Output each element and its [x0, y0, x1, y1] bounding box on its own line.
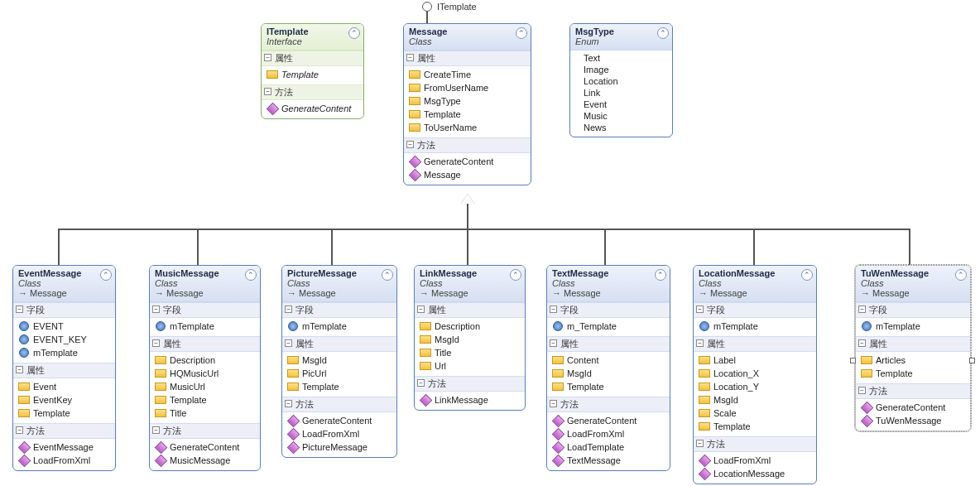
member-row[interactable]: mTemplate: [286, 320, 395, 333]
member-label: GenerateContent: [424, 156, 493, 166]
member-row[interactable]: LoadFromXml: [286, 427, 395, 440]
member-row[interactable]: Template: [153, 393, 258, 407]
member-row[interactable]: Location_X: [697, 367, 814, 380]
member-label: mTemplate: [302, 321, 347, 331]
member-row[interactable]: LocationMessage: [697, 467, 814, 480]
member-row[interactable]: Template: [697, 420, 814, 433]
member-row[interactable]: EventKey: [17, 393, 113, 407]
member-label: MsgId: [435, 334, 459, 344]
member-row[interactable]: Template: [17, 407, 113, 420]
class-itemplate[interactable]: ITemplate Interface ⌃ −属性 Template −方法 G…: [261, 23, 364, 119]
collapse-icon[interactable]: ⌃: [510, 269, 521, 281]
member-row[interactable]: TuWenMessage: [859, 414, 968, 427]
member-row[interactable]: Label: [697, 354, 814, 367]
prop-icon: [155, 354, 166, 366]
member-row[interactable]: Message: [407, 168, 529, 181]
member-row[interactable]: GenerateContent: [859, 401, 968, 414]
member-row[interactable]: GenerateContent: [265, 102, 362, 115]
member-label: MsgType: [424, 96, 461, 106]
class-music[interactable]: MusicMessage Class → Message ⌃ −字段 mTemp…: [149, 265, 261, 471]
member-row[interactable]: LoadFromXml: [17, 454, 113, 467]
collapse-icon[interactable]: ⌃: [657, 27, 669, 39]
member-row[interactable]: LinkMessage: [418, 393, 523, 407]
member-row[interactable]: GenerateContent: [407, 155, 529, 168]
resize-handle[interactable]: [969, 358, 975, 363]
member-row[interactable]: PicUrl: [286, 367, 395, 380]
member-row[interactable]: MsgType: [407, 94, 529, 108]
collapse-icon[interactable]: ⌃: [516, 27, 527, 39]
member-row[interactable]: MusicMessage: [153, 454, 258, 467]
member-row[interactable]: EVENT_KEY: [17, 333, 113, 346]
member-label: TuWenMessage: [876, 416, 941, 426]
class-picture[interactable]: PictureMessage Class → Message ⌃ −字段 mTe…: [281, 265, 397, 458]
enum-value[interactable]: Image: [582, 64, 670, 75]
member-row[interactable]: LoadFromXml: [697, 454, 814, 467]
prop-icon: [699, 407, 710, 419]
member-label: PicUrl: [302, 368, 326, 378]
member-row[interactable]: GenerateContent: [550, 414, 668, 427]
member-row[interactable]: EVENT: [17, 320, 113, 333]
class-message[interactable]: Message Class ⌃ −属性 CreateTime FromUserN…: [403, 23, 531, 185]
member-row[interactable]: Description: [153, 354, 258, 367]
member-row[interactable]: Template: [265, 68, 362, 81]
class-link[interactable]: LinkMessage Class → Message ⌃ −属性 Descri…: [414, 265, 526, 411]
member-row[interactable]: GenerateContent: [286, 414, 395, 427]
enum-value[interactable]: Music: [582, 110, 670, 122]
member-row[interactable]: FromUserName: [407, 81, 529, 94]
member-row[interactable]: Articles: [859, 354, 968, 367]
collapse-icon[interactable]: ⌃: [382, 269, 393, 281]
member-row[interactable]: Template: [286, 380, 395, 393]
member-row[interactable]: TextMessage: [550, 454, 668, 467]
member-label: m_Template: [567, 321, 617, 331]
member-row[interactable]: MsgId: [286, 354, 395, 367]
member-row[interactable]: GenerateContent: [153, 440, 258, 454]
member-row[interactable]: Content: [550, 354, 668, 367]
member-row[interactable]: Template: [407, 108, 529, 121]
member-row[interactable]: MsgId: [418, 333, 523, 346]
member-row[interactable]: Event: [17, 380, 113, 393]
member-row[interactable]: PictureMessage: [286, 440, 395, 454]
member-row[interactable]: mTemplate: [697, 320, 814, 333]
member-row[interactable]: MsgId: [550, 367, 668, 380]
member-row[interactable]: m_Template: [550, 320, 668, 333]
member-row[interactable]: Url: [418, 359, 523, 373]
member-row[interactable]: MsgId: [697, 393, 814, 407]
member-row[interactable]: CreateTime: [407, 68, 529, 81]
member-row[interactable]: mTemplate: [153, 320, 258, 333]
member-row[interactable]: LoadTemplate: [550, 440, 668, 454]
collapse-icon[interactable]: ⌃: [955, 269, 967, 281]
enum-value[interactable]: Event: [582, 99, 670, 110]
collapse-icon[interactable]: ⌃: [245, 269, 257, 281]
member-row[interactable]: EventMessage: [17, 440, 113, 454]
member-label: mTemplate: [33, 348, 78, 358]
collapse-icon[interactable]: ⌃: [655, 269, 666, 281]
member-row[interactable]: Scale: [697, 407, 814, 420]
member-row[interactable]: MusicUrl: [153, 380, 258, 393]
enum-msgtype[interactable]: MsgType Enum ⌃ TextImageLocationLinkEven…: [569, 23, 673, 137]
enum-value[interactable]: Text: [582, 52, 670, 64]
class-text[interactable]: TextMessage Class → Message ⌃ −字段 m_Temp…: [546, 265, 670, 471]
member-row[interactable]: mTemplate: [17, 346, 113, 359]
enum-value[interactable]: News: [582, 122, 670, 133]
prop-icon: [861, 368, 872, 379]
collapse-icon[interactable]: ⌃: [100, 269, 112, 281]
member-row[interactable]: Title: [418, 346, 523, 359]
member-row[interactable]: Template: [859, 367, 968, 380]
resize-handle[interactable]: [850, 358, 856, 363]
collapse-icon[interactable]: ⌃: [801, 269, 813, 281]
collapse-icon[interactable]: ⌃: [348, 27, 360, 39]
member-row[interactable]: ToUserName: [407, 121, 529, 134]
member-row[interactable]: Location_Y: [697, 380, 814, 393]
prop-icon: [861, 354, 872, 366]
class-tuwen[interactable]: TuWenMessage Class → Message ⌃ −字段 mTemp…: [855, 265, 971, 431]
class-location[interactable]: LocationMessage Class → Message ⌃ −字段 mT…: [693, 265, 817, 484]
member-row[interactable]: HQMusicUrl: [153, 367, 258, 380]
member-row[interactable]: Title: [153, 407, 258, 420]
member-row[interactable]: LoadFromXml: [550, 427, 668, 440]
enum-value[interactable]: Location: [582, 75, 670, 87]
member-row[interactable]: Template: [550, 380, 668, 393]
member-row[interactable]: mTemplate: [859, 320, 968, 333]
member-row[interactable]: Description: [418, 320, 523, 333]
enum-value[interactable]: Link: [582, 87, 670, 99]
class-event[interactable]: EventMessage Class → Message ⌃ −字段 EVENT…: [12, 265, 116, 471]
